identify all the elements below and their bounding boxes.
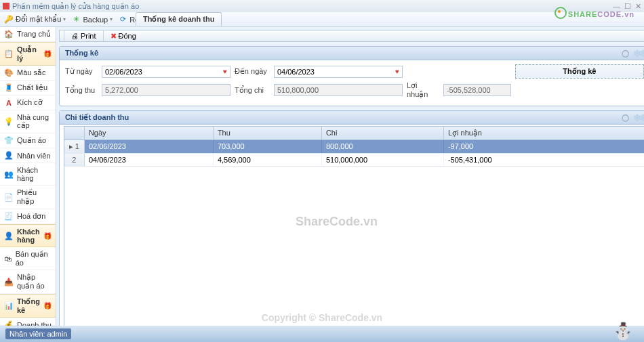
sidebar-item-nhapquanao[interactable]: 📥Nhập quần áo xyxy=(0,270,56,294)
sharecode-logo: SHARECODE.vn xyxy=(555,7,635,19)
sidebar: 🏠Trang chủ 📋Quản lý🎁 🎨Màu sắc 🧵Chất liệu… xyxy=(0,27,56,325)
sidebar-label: Quần áo xyxy=(17,136,46,145)
to-date-input[interactable]: 04/06/2023♥ xyxy=(274,66,403,78)
panel-header: Thống kê ◯ ❄❄ xyxy=(60,47,644,60)
sell-icon: 🛍 xyxy=(4,255,12,263)
panel-header: Chi tiết doanh thu ◯ ❄❄ xyxy=(60,111,644,125)
status-user: Nhân viên: admin xyxy=(5,328,71,339)
sidebar-item-mausac[interactable]: 🎨Màu sắc xyxy=(0,66,56,81)
col-ngay[interactable]: Ngày xyxy=(85,127,214,140)
home-icon: 🏠 xyxy=(4,30,14,39)
key-icon: 🔑 xyxy=(4,15,14,24)
sidebar-label: Thống kê xyxy=(17,297,40,314)
table-row[interactable]: 2 04/06/2023 4,569,000 510,000,000 -505,… xyxy=(64,154,644,167)
content-tabs: Thống kê doanh thu xyxy=(136,12,222,26)
col-thu[interactable]: Thu xyxy=(214,127,322,140)
stats-icon: 📊 xyxy=(4,301,14,310)
from-date-input[interactable]: 02/06/2023♥ xyxy=(102,66,230,78)
invoice-icon: 🧾 xyxy=(4,212,14,221)
panel-thongke: Thống kê ◯ ❄❄ Từ ngày 02/06/2023♥ Đến ng… xyxy=(59,46,644,106)
sidebar-item-banquanao[interactable]: 🛍Bán quần áo xyxy=(0,247,56,270)
print-label: Print xyxy=(81,32,96,40)
tongthu-field: 5,272,000 xyxy=(102,84,230,96)
customer-icon: 👤 xyxy=(4,232,14,240)
content-area: 🖨Print ✖Đóng Thống kê ◯ ❄❄ Từ ngày 02/06… xyxy=(56,27,644,325)
gift-icon: 🎁 xyxy=(43,302,52,309)
collapse-icon[interactable]: ◯ xyxy=(622,49,629,57)
sidebar-label: Chất liệu xyxy=(17,83,47,92)
revenue-table: Ngày Thu Chi Lợi nhuận 1 02/06/2023 703,… xyxy=(64,126,644,337)
sidebar-item-nhacungcap[interactable]: 💡Nhà cung cấp xyxy=(0,110,56,133)
main-toolbar: 🔑 Đổi mật khẩu ▾ ✳ Backup ▾ ⟳ Restore ▾ … xyxy=(0,12,644,27)
sidebar-label: Nhân viên xyxy=(17,152,51,160)
sidebar-section-quanly[interactable]: 📋Quản lý🎁 xyxy=(0,42,56,66)
staff-icon: 👤 xyxy=(4,151,14,160)
cell-ngay: 04/06/2023 xyxy=(85,154,214,166)
sidebar-label: Màu sắc xyxy=(17,68,45,77)
app-icon xyxy=(3,3,9,9)
row-number: 1 xyxy=(64,140,85,153)
sidebar-label: Bán quần áo xyxy=(16,250,52,267)
sidebar-item-home[interactable]: 🏠Trang chủ xyxy=(0,27,56,42)
chevron-down-icon: ▾ xyxy=(63,16,66,22)
snowflake-icon: ❄❄ xyxy=(633,112,644,123)
col-loinhuan[interactable]: Lợi nhuận xyxy=(444,127,644,140)
sidebar-item-chatlieu[interactable]: 🧵Chất liệu xyxy=(0,81,56,95)
sidebar-label: Phiếu nhập xyxy=(17,188,52,206)
supplier-icon: 💡 xyxy=(4,117,14,126)
sidebar-label: Nhà cung cấp xyxy=(17,113,52,130)
size-icon: A xyxy=(4,99,14,107)
gift-icon: 🎁 xyxy=(43,50,52,58)
print-button[interactable]: 🖨Print xyxy=(71,32,96,40)
clothes-icon: 👕 xyxy=(4,136,14,145)
backup-icon: ✳ xyxy=(71,15,81,24)
loinhuan-value: -505,528,000 xyxy=(447,86,491,94)
sidebar-item-kichco[interactable]: AKích cỡ xyxy=(0,95,56,110)
sidebar-item-hoadon[interactable]: 🧾Hoá đơn xyxy=(0,209,56,224)
cell-thu: 4,569,000 xyxy=(214,154,322,166)
col-chi[interactable]: Chi xyxy=(322,127,444,140)
gift-icon: 🎁 xyxy=(43,232,52,240)
customer-icon: 👥 xyxy=(4,170,14,179)
change-password-label: Đổi mật khẩu xyxy=(16,15,61,24)
window-titlebar: Phần mềm quản lý cửa hàng quần áo — ☐ ✕ xyxy=(0,0,644,12)
close-label: Đóng xyxy=(119,32,136,40)
sidebar-item-khachhang[interactable]: 👥Khách hàng xyxy=(0,163,56,186)
sidebar-item-nhanvien[interactable]: 👤Nhân viên xyxy=(0,148,56,163)
snowman-icon: ⛄ xyxy=(613,322,633,341)
table-body: 1 02/06/2023 703,000 800,000 -97,000 2 0… xyxy=(64,140,644,337)
sidebar-section-khachhang[interactable]: 👤Khách hàng🎁 xyxy=(0,224,56,247)
tongthu-value: 5,272,000 xyxy=(105,86,138,94)
panel-title: Thống kê xyxy=(65,49,98,57)
to-date-label: Đến ngày xyxy=(235,67,270,76)
tab-thongke-doanhthu[interactable]: Thống kê doanh thu xyxy=(136,12,222,26)
printer-icon: 🖨 xyxy=(71,32,79,40)
cell-ln: -97,000 xyxy=(444,140,644,153)
manage-icon: 📋 xyxy=(4,49,14,58)
sidebar-label: Trang chủ xyxy=(17,30,51,39)
calendar-icon[interactable]: ♥ xyxy=(395,68,399,75)
calendar-icon[interactable]: ♥ xyxy=(223,68,227,75)
material-icon: 🧵 xyxy=(4,83,14,92)
color-icon: 🎨 xyxy=(4,68,14,77)
change-password-button[interactable]: 🔑 Đổi mật khẩu ▾ xyxy=(4,15,66,24)
close-icon[interactable]: ✕ xyxy=(635,2,641,11)
chevron-down-icon: ▾ xyxy=(110,16,113,22)
app-title: Phần mềm quản lý cửa hàng quần áo xyxy=(12,2,139,11)
import-icon: 📄 xyxy=(4,193,14,202)
cell-chi: 510,000,000 xyxy=(322,154,444,166)
loinhuan-label: Lợi nhuận xyxy=(407,81,439,99)
close-button[interactable]: ✖Đóng xyxy=(110,32,136,41)
collapse-icon[interactable]: ◯ xyxy=(622,114,629,121)
panel-title: Chi tiết doanh thu xyxy=(65,113,129,121)
cell-ln: -505,431,000 xyxy=(444,154,644,166)
backup-button[interactable]: ✳ Backup ▾ xyxy=(71,15,113,24)
table-row[interactable]: 1 02/06/2023 703,000 800,000 -97,000 xyxy=(64,140,644,154)
sidebar-item-phieunhap[interactable]: 📄Phiếu nhập xyxy=(0,186,56,209)
sidebar-label: Nhập quần áo xyxy=(17,273,52,291)
thongke-button[interactable]: Thống kê xyxy=(515,64,644,79)
sidebar-item-quanao[interactable]: 👕Quần áo xyxy=(0,133,56,148)
sidebar-section-thongke[interactable]: 📊Thống kê🎁 xyxy=(0,294,56,318)
row-number: 2 xyxy=(64,154,85,166)
import-clothes-icon: 📥 xyxy=(4,278,14,286)
